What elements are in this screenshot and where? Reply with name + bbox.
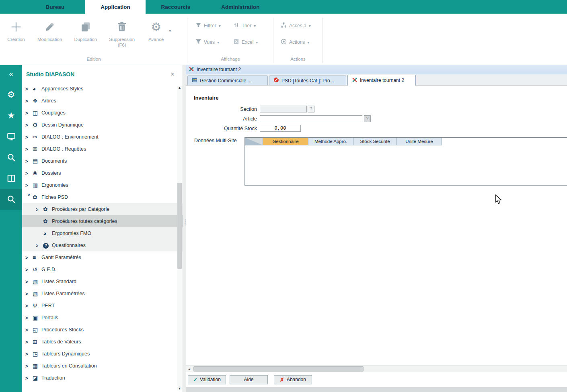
close-icon[interactable]: × (171, 70, 178, 78)
abandon-button[interactable]: ✗ Abandon (274, 375, 312, 384)
tree-item-g-e-d[interactable]: >↺G.E.D. (22, 263, 183, 276)
chevron-right-icon[interactable]: > (25, 279, 33, 284)
tree-item-dialog-requetes[interactable]: >✉DIALOG : Requêtes (22, 143, 183, 155)
trier-button[interactable]: Trier ▾ (233, 22, 271, 29)
actions-button[interactable]: Actions ▾ (281, 39, 320, 46)
tree-item-traduction[interactable]: >◪Traduction (22, 372, 183, 384)
chevron-right-icon[interactable]: > (25, 291, 33, 296)
grid-column-gestionnaire[interactable]: Gestionnaire (263, 138, 308, 145)
tree-item-couplages[interactable]: >◫Couplages (22, 107, 183, 119)
chevron-right-icon[interactable]: > (25, 315, 33, 321)
multi-site-grid[interactable]: GestionnaireMethode Appro.Stock Securité… (244, 137, 567, 186)
menu-tab-bureau[interactable]: Bureau (25, 0, 85, 14)
chevron-right-icon[interactable]: > (25, 363, 33, 369)
tab-inventaire-tournant-2[interactable]: Inventaire tournant 2 (347, 75, 416, 86)
chevron-right-icon[interactable]: > (25, 267, 33, 272)
scroll-up-icon[interactable]: ▲ (177, 86, 182, 90)
chevron-right-icon[interactable]: > (25, 110, 33, 116)
chevron-right-icon[interactable]: > (25, 182, 33, 188)
tree-item-ergonomies[interactable]: >▥Ergonomies (22, 179, 183, 191)
chevron-down-icon: ▾ (256, 40, 258, 45)
tree-item-apparences-styles[interactable]: >◕Apparences Styles (22, 83, 183, 95)
chevron-right-icon[interactable]: > (25, 122, 33, 128)
spreadsheet-grid-icon: ▦ (33, 363, 41, 369)
star-icon[interactable]: ★ (0, 105, 22, 126)
tree-item-dialog-environnement[interactable]: >✂DIALOG : Environnement (22, 131, 183, 143)
excel-button[interactable]: Excel ▾ (233, 39, 271, 46)
tab-label: Gestion Commerciale ... (200, 78, 252, 84)
collapse-sidebar-button[interactable]: « (9, 70, 13, 80)
tree-item-arbres[interactable]: >❖Arbres (22, 95, 183, 107)
scroll-left-icon[interactable]: ◂ (186, 367, 193, 371)
validation-button[interactable]: ✓ Validation (188, 375, 226, 384)
gear-outline-icon: ⚙ (33, 122, 41, 128)
grid-corner-cell[interactable] (245, 138, 263, 145)
chevron-right-icon[interactable]: > (25, 86, 33, 92)
scrollbar-thumb[interactable] (193, 366, 364, 372)
chevron-down-icon[interactable]: > (27, 194, 31, 201)
tab-gestion-commerciale[interactable]: Gestion Commerciale ... (187, 76, 268, 85)
menu-tab-raccourcis[interactable]: Raccourcis (146, 0, 206, 14)
chevron-right-icon[interactable]: > (25, 158, 33, 164)
menu-tab-application[interactable]: Application (85, 0, 146, 14)
section-lookup-button[interactable]: ? (308, 106, 314, 112)
chevron-right-icon[interactable]: > (25, 255, 33, 260)
chevron-right-icon[interactable]: > (25, 327, 33, 333)
grid-column-stock-securite[interactable]: Stock Securité (353, 138, 397, 145)
tree-scrollbar[interactable]: ▲ ▼ (177, 86, 182, 390)
monitor-icon[interactable] (0, 126, 22, 147)
tree-item-procedures-stocks[interactable]: >◱Procédures Stocks (22, 324, 183, 336)
section-input[interactable] (260, 106, 307, 112)
acces-a-button[interactable]: Accès à ▾ (281, 22, 320, 29)
scroll-down-icon[interactable]: ▼ (177, 387, 182, 390)
columns-icon[interactable] (0, 168, 22, 189)
tree-item-label: Dossiers (41, 170, 61, 176)
horizontal-scrollbar[interactable]: ◂ (186, 365, 567, 372)
tree-item-portails[interactable]: >▣Portails (22, 312, 183, 324)
chevron-right-icon[interactable]: > (25, 170, 33, 176)
tree-item-procedures-par-categorie[interactable]: >✿Procédures par Catégorie (22, 203, 183, 215)
chevron-right-icon[interactable]: > (36, 206, 43, 212)
filtrer-button[interactable]: Filtrer ▾ (195, 22, 233, 29)
chevron-down-icon: ▾ (307, 40, 309, 45)
tree-item-fiches-psd[interactable]: >✿Fiches PSD (22, 191, 183, 203)
grid-column-methode-appro[interactable]: Methode Appro. (308, 138, 353, 145)
tree-item-documents[interactable]: >▤Documents (22, 155, 183, 167)
chevron-right-icon[interactable]: > (25, 98, 33, 104)
tree-item-label: Procédures toutes catégories (52, 218, 117, 224)
chevron-right-icon[interactable]: > (25, 303, 33, 308)
tree-item-listes-parametrees[interactable]: >▧Listes Paramétrées (22, 288, 183, 300)
tree-item-procedures-toutes-categories[interactable]: ✿Procédures toutes catégories (22, 215, 183, 227)
chevron-right-icon[interactable]: > (25, 146, 33, 152)
search-icon[interactable] (0, 147, 22, 168)
aide-button[interactable]: Aide (230, 375, 268, 384)
gear-icon[interactable]: ⚙ (0, 84, 22, 105)
tree-item-dossiers[interactable]: >❀Dossiers (22, 167, 183, 179)
menu-tab-administration[interactable]: Administration (206, 0, 275, 14)
article-input[interactable] (260, 115, 362, 122)
chevron-right-icon[interactable]: > (36, 243, 43, 248)
grid-column-unite-mesure[interactable]: Unité Mesure (397, 138, 442, 145)
chevron-right-icon[interactable]: > (25, 375, 33, 381)
tree-item-dessin-dynamique[interactable]: >⚙Dessin Dynamique (22, 119, 183, 131)
tree-item-questionnaires[interactable]: >?Questionnaires (22, 239, 183, 251)
scrollbar-thumb[interactable] (177, 183, 182, 269)
tree-item-tableurs-dynamiques[interactable]: >◳Tableurs Dynamiques (22, 348, 183, 360)
tab-psd-toutes-cat[interactable]: PSD [Toutes Cat.]: Pro... (269, 76, 346, 85)
tree-item-ergonomies-fmo[interactable]: ◕Ergonomies FMO (22, 227, 183, 239)
tree-item-label: Dessin Dynamique (41, 122, 84, 128)
tree-item-tables-de-valeurs[interactable]: >⊞Tables de Valeurs (22, 336, 183, 348)
quantite-stock-input[interactable] (260, 125, 301, 132)
panel-splitter[interactable]: ⋮⋮⋮ (183, 65, 186, 392)
tree-item-label: Fiches PSD (41, 194, 68, 200)
tree-item-listes-standard[interactable]: >▧Listes Standard (22, 276, 183, 288)
search-dark-icon[interactable] (0, 189, 22, 210)
article-help-button[interactable]: ? (364, 115, 371, 122)
tree-item-tableurs-en-consultation[interactable]: >▦Tableurs en Consultation (22, 360, 183, 372)
vues-button[interactable]: Vues ▾ (195, 39, 233, 46)
tree-item-pert[interactable]: >ΨPERT (22, 300, 183, 312)
chevron-right-icon[interactable]: > (25, 339, 33, 345)
tree-item-gantt-parametres[interactable]: >≡Gantt Paramétrés (22, 251, 183, 263)
chevron-right-icon[interactable]: > (25, 134, 33, 140)
chevron-right-icon[interactable]: > (25, 351, 33, 357)
